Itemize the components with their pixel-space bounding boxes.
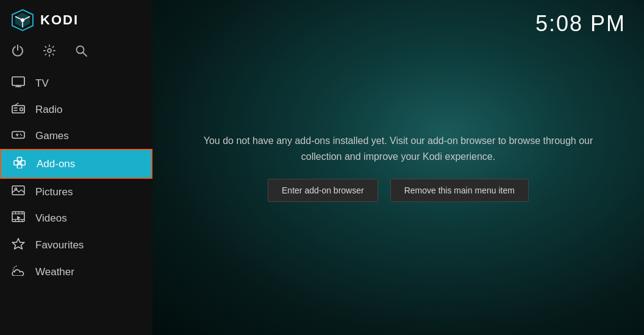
sidebar-item-weather[interactable]: Weather bbox=[0, 259, 152, 285]
remove-menu-item-button[interactable]: Remove this main menu item bbox=[390, 179, 529, 202]
settings-button[interactable] bbox=[43, 44, 56, 60]
sidebar-item-favourites[interactable]: Favourites bbox=[0, 231, 152, 259]
pictures-label: Pictures bbox=[35, 186, 73, 198]
sidebar-item-radio[interactable]: Radio bbox=[0, 96, 152, 123]
weather-label: Weather bbox=[35, 266, 74, 278]
favourites-icon bbox=[11, 237, 26, 253]
search-button[interactable] bbox=[74, 44, 88, 60]
sidebar-item-tv[interactable]: TV bbox=[0, 70, 152, 96]
sidebar-toolbar bbox=[0, 40, 152, 70]
weather-icon bbox=[11, 265, 26, 279]
message-area: You do not have any add-ons installed ye… bbox=[154, 133, 642, 202]
sidebar-item-games[interactable]: Games bbox=[0, 123, 152, 149]
time-display: 5:08 PM bbox=[535, 11, 626, 37]
sidebar-item-pictures[interactable]: Pictures bbox=[0, 179, 152, 205]
kodi-logo-icon bbox=[11, 9, 34, 32]
favourites-label: Favourites bbox=[35, 239, 84, 251]
games-icon bbox=[11, 129, 26, 143]
svg-point-19 bbox=[20, 134, 21, 135]
sidebar-item-videos[interactable]: Videos bbox=[0, 205, 152, 231]
svg-line-8 bbox=[83, 52, 87, 56]
sidebar-header: KODI bbox=[0, 0, 152, 40]
videos-icon bbox=[11, 211, 26, 225]
pictures-icon bbox=[11, 185, 26, 199]
radio-label: Radio bbox=[35, 104, 62, 116]
svg-point-6 bbox=[48, 49, 51, 52]
tv-icon bbox=[11, 76, 26, 90]
sidebar-nav: TV Radio bbox=[0, 70, 152, 335]
power-button[interactable] bbox=[11, 44, 24, 60]
tv-label: TV bbox=[35, 77, 49, 90]
action-buttons: Enter add-on browser Remove this main me… bbox=[268, 179, 529, 202]
svg-marker-38 bbox=[12, 239, 24, 249]
app-title: KODI bbox=[40, 12, 79, 28]
svg-point-5 bbox=[21, 18, 24, 22]
sidebar: KODI bbox=[0, 0, 152, 335]
main-content: 5:08 PM You do not have any add-ons inst… bbox=[152, 0, 644, 335]
svg-rect-26 bbox=[12, 186, 24, 195]
svg-marker-37 bbox=[17, 216, 20, 219]
svg-point-20 bbox=[21, 135, 23, 136]
enter-addon-browser-button[interactable]: Enter add-on browser bbox=[268, 179, 378, 202]
sidebar-item-addons[interactable]: Add-ons bbox=[0, 149, 152, 179]
no-addons-message: You do not have any add-ons installed ye… bbox=[191, 133, 606, 164]
svg-point-13 bbox=[20, 108, 23, 111]
svg-rect-9 bbox=[12, 77, 24, 85]
videos-label: Videos bbox=[35, 212, 67, 225]
addons-icon bbox=[12, 156, 27, 171]
games-label: Games bbox=[35, 130, 69, 142]
addons-label: Add-ons bbox=[37, 158, 75, 170]
svg-rect-25 bbox=[17, 160, 21, 165]
radio-icon bbox=[11, 103, 26, 117]
